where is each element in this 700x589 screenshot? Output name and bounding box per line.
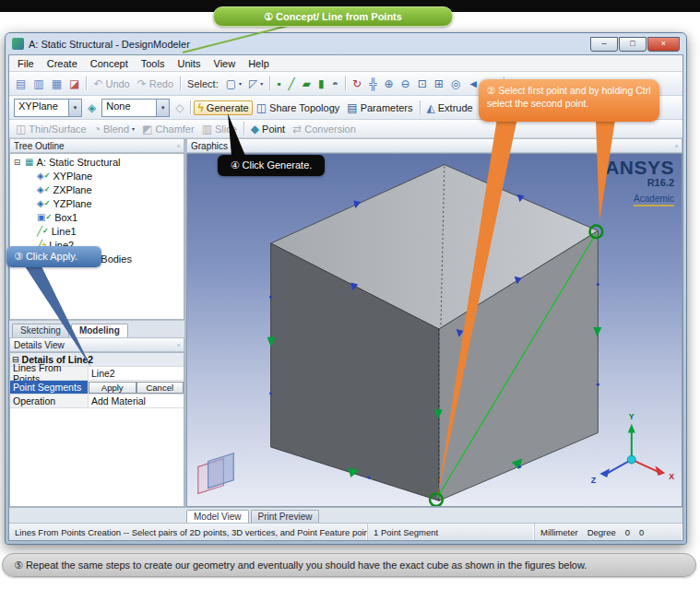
icon-glyph: ◄ <box>468 78 479 89</box>
tree-item-xyplane[interactable]: ◈ ✓ XYPlane <box>10 169 184 183</box>
client-area: FileCreateConceptToolsUnitsViewHelp ▤ ▥ … <box>8 54 683 541</box>
tab-sketching[interactable]: Sketching <box>12 324 69 337</box>
tree-item-line1[interactable]: ╱ ✓ Line1 <box>10 224 184 238</box>
detail-label: Lines From Points <box>10 367 89 380</box>
open-file-icon[interactable]: ▥ <box>30 77 47 91</box>
dropdown-arrow-icon[interactable]: ▼ <box>156 100 169 116</box>
tab-print-preview[interactable]: Print Preview <box>251 510 320 523</box>
menu-tools[interactable]: Tools <box>135 57 172 70</box>
maximize-button[interactable]: □ <box>619 37 647 52</box>
parameters-icon: ▤ <box>347 102 357 113</box>
status-angle: Degree <box>587 527 616 537</box>
pin-icon[interactable]: ▫ <box>675 142 678 150</box>
detail-label-selected[interactable]: Point Segments <box>10 381 89 394</box>
icon-glyph: ▢ <box>226 78 236 89</box>
select-mode-dropdown[interactable]: ▢ ▾ <box>222 77 245 91</box>
orientation-triad[interactable]: Y X Z <box>591 412 675 485</box>
tree-item-zxplane[interactable]: ◈ ✓ ZXPlane <box>10 183 184 196</box>
icon-glyph: ▦ <box>52 78 62 89</box>
undo-button[interactable]: ↶ Undo <box>89 77 133 91</box>
redo-button[interactable]: ↷ Redo <box>134 77 177 91</box>
graphics-header: Graphics ▫ <box>186 138 682 153</box>
zoom-in-icon[interactable]: ⊕ <box>381 77 397 91</box>
generate-button[interactable]: ϟ Generate <box>194 100 252 115</box>
apply-button[interactable]: Apply <box>89 382 136 394</box>
filter-bodies-icon[interactable]: ▮ <box>314 77 328 91</box>
sketch-dropdown[interactable]: None ▼ <box>101 99 170 117</box>
tree-item-yzplane[interactable]: ◈ ✓ YZPlane <box>10 196 184 210</box>
tree-expander-icon[interactable]: ⊟ <box>12 158 22 167</box>
window-title: A: Static Structural - DesignModeler <box>29 39 190 50</box>
magnifier-icon[interactable]: ◎ <box>447 77 464 91</box>
ansys-edition: Academic <box>634 194 674 206</box>
menu-units[interactable]: Units <box>171 57 207 70</box>
cancel-button[interactable]: Cancel <box>136 382 184 394</box>
icon-glyph: ↻ <box>352 78 362 89</box>
box-zoom-icon[interactable]: ⊡ <box>414 77 431 91</box>
new-file-icon[interactable]: ▤ <box>12 77 30 91</box>
blend-button[interactable]: ◔ Blend ▾ <box>90 122 138 136</box>
icon-glyph: ◸ <box>249 78 257 89</box>
detail-value[interactable]: Line2 <box>89 367 184 380</box>
tree-item-root[interactable]: ⊟ ▦ A: Static Structural <box>10 155 184 169</box>
dropdown-arrow-icon[interactable]: ▼ <box>68 100 81 116</box>
rotate-view-icon[interactable]: ↻ <box>349 77 365 91</box>
extend-selection-icon[interactable]: ◓ <box>328 77 342 91</box>
close-button[interactable]: × <box>647 37 680 52</box>
callout-step4: ④ Click Generate. <box>218 155 325 176</box>
icon-glyph: ⊕ <box>385 78 394 89</box>
chamfer-button[interactable]: ◩ Chamfer <box>138 122 198 136</box>
3d-scene[interactable]: Y X Z <box>187 154 682 506</box>
menu-bar: FileCreateConceptToolsUnitsViewHelp <box>9 55 682 72</box>
tree-item-box1[interactable]: ▣ ✓ Box1 <box>10 210 184 224</box>
new-sketch-button[interactable]: ◇ <box>172 100 187 115</box>
pin-icon[interactable]: ▫ <box>177 142 180 150</box>
menu-concept[interactable]: Concept <box>84 57 135 70</box>
lightning-icon: ϟ <box>197 102 203 113</box>
tree-outline-header: Tree Outline ▫ <box>9 138 184 153</box>
icon-glyph: ⊖ <box>401 78 410 89</box>
menu-file[interactable]: File <box>11 57 41 70</box>
menu-help[interactable]: Help <box>242 57 276 70</box>
plane-indicator-icon <box>198 454 233 494</box>
title-bar[interactable]: A: Static Structural - DesignModeler – □… <box>8 33 683 54</box>
save-icon[interactable]: ▦ <box>48 77 65 91</box>
filter-faces-icon[interactable]: ▰ <box>299 77 314 91</box>
tab-modeling[interactable]: Modeling <box>71 324 128 337</box>
extrude-button[interactable]: ◭Extrude <box>423 100 477 115</box>
sketch-icon: ◇ <box>175 102 184 113</box>
point-button[interactable]: ◆ Point <box>247 122 289 136</box>
parameters-button[interactable]: ▤Parameters <box>343 100 416 115</box>
selection-filter-dropdown[interactable]: ◸ ▾ <box>245 77 267 91</box>
filter-edges-icon[interactable]: ╱ <box>285 77 299 91</box>
view-tabs: Model View Print Preview <box>9 507 682 523</box>
tab-model-view[interactable]: Model View <box>186 510 249 523</box>
plane-dropdown[interactable]: XYPlane ▼ <box>14 99 82 117</box>
thin-surface-button[interactable]: ◫ Thin/Surface <box>12 122 90 136</box>
pin-icon[interactable]: ▫ <box>177 341 180 349</box>
toolbar-separator <box>269 77 270 90</box>
graphics-canvas[interactable]: Y X Z ANSYS R1 <box>186 153 682 507</box>
app-icon <box>12 38 24 50</box>
zoom-fit-icon[interactable]: ⊞ <box>431 77 447 91</box>
icon-glyph: ▰ <box>303 78 311 89</box>
callout-step2: ② Select first point and by holding Ctrl… <box>479 79 659 122</box>
pan-icon[interactable]: ╬ <box>365 77 381 91</box>
slice-button[interactable]: ▥ Slice <box>198 122 241 136</box>
tree-item-icon: ▦ <box>25 158 33 167</box>
details-row: Lines From Points Line2 <box>10 367 184 381</box>
menu-create[interactable]: Create <box>41 57 84 70</box>
share-topology-button[interactable]: ◫Share Topology <box>253 100 344 115</box>
conversion-button[interactable]: ⇄ Conversion <box>289 122 360 136</box>
zoom-out-icon[interactable]: ⊖ <box>397 77 414 91</box>
detail-value[interactable]: Add Material <box>89 395 184 407</box>
cube-model[interactable] <box>271 165 599 501</box>
triad-y-label: Y <box>629 412 635 421</box>
new-plane-button[interactable]: ◈ <box>84 100 100 115</box>
detail-label: Operation <box>10 395 89 407</box>
status-check-icon: ✓ <box>42 227 49 235</box>
minimize-button[interactable]: – <box>590 37 618 52</box>
export-icon[interactable]: ◪ <box>65 77 83 91</box>
menu-view[interactable]: View <box>208 57 243 70</box>
filter-points-icon[interactable]: ▪ <box>273 77 284 91</box>
